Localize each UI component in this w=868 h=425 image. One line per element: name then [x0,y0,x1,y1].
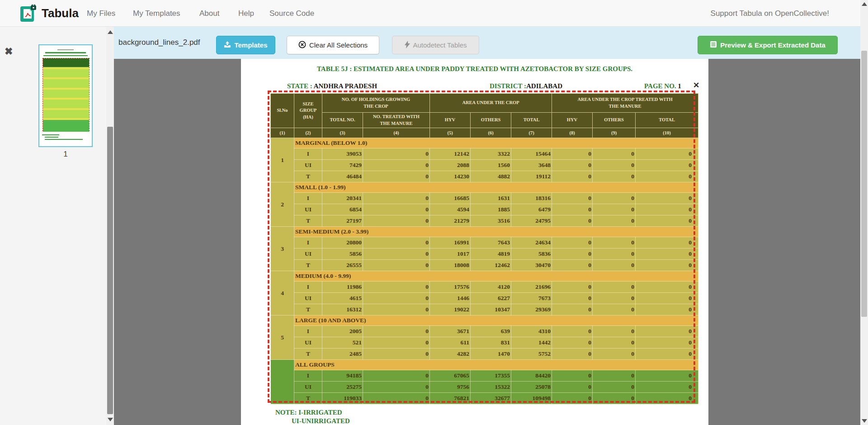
brand-name: Tabula [42,6,79,20]
state-label: STATE : [287,82,312,90]
pdf-state-line: STATE : ANDHRA PRADESH [287,82,377,90]
selection-close-icon[interactable]: ✕ [693,81,699,90]
pdf-note-line2: UI-UNIRRIGATED [292,417,350,425]
nav-my-files[interactable]: My Files [87,0,115,27]
autodetect-tables-label: Autodetect Tables [413,41,467,49]
templates-button[interactable]: Templates [216,36,275,54]
templates-icon [224,41,231,49]
nav-help[interactable]: Help [238,0,254,27]
window-scrollbar-thumb[interactable] [861,51,867,317]
remove-page-icon[interactable]: ✖ [5,46,13,57]
autodetect-tables-button[interactable]: Autodetect Tables [392,36,479,54]
pdf-district-line: DISTRICT :ADILABAD [490,82,562,90]
page-thumbnail[interactable] [38,44,93,147]
top-navbar: Tabula My Files My Templates About Help … [0,0,868,27]
preview-export-button[interactable]: Preview & Export Extracted Data [698,36,838,54]
tabula-logo-icon [20,5,37,22]
clear-all-selections-label: Clear All Selections [309,41,368,49]
window-scroll-up-icon[interactable] [862,2,867,6]
nav-source-code[interactable]: Source Code [269,0,314,27]
current-filename: background_lines_2.pdf [118,38,200,47]
support-link[interactable]: Support Tabula on OpenCollective! [711,0,829,27]
pdf-pageno-line: PAGE NO. 1 [644,82,681,90]
thumb-note-lines [41,133,86,140]
preview-export-label: Preview & Export Extracted Data [720,41,826,49]
sidebar-scroll-up-icon[interactable] [108,30,113,34]
thumb-title-line2 [45,52,86,53]
export-list-icon [710,41,717,49]
toolbar: background_lines_2.pdf Templates Clear A… [114,27,860,59]
thumb-title-line [57,49,74,50]
district-value: ADILABAD [526,82,562,90]
pageno-label: PAGE NO. [644,82,676,90]
table-selection-box[interactable] [268,91,695,403]
nav-my-templates[interactable]: My Templates [133,0,180,27]
templates-label: Templates [234,41,267,49]
state-value: ANDHRA PRADESH [314,82,377,90]
pageno-value: 1 [678,82,681,90]
thumb-table [42,58,90,131]
thumb-meta-line [43,55,88,56]
window-scroll-down-icon[interactable] [862,419,867,423]
sidebar-scrollbar[interactable] [106,27,114,425]
district-label: DISTRICT : [490,82,526,90]
nav-about[interactable]: About [199,0,219,27]
clear-all-selections-button[interactable]: Clear All Selections [287,36,379,54]
window-scrollbar[interactable] [860,0,868,425]
lightning-bolt-icon [405,41,410,50]
pdf-note-line1: NOTE: I-IRRIGATED [275,409,342,416]
sidebar-scrollbar-thumb[interactable] [107,127,113,414]
page-number-label: 1 [38,150,93,159]
thumb-table-body [43,67,89,118]
thumb-table-allgroups [43,118,89,132]
tabula-brand[interactable]: Tabula [20,5,79,22]
thumb-table-header [43,58,89,67]
page-thumbnails-sidebar: ✖ 1 [0,27,114,425]
pdf-table-title: TABLE 5J : ESTIMATED AREA UNDER PADDY TR… [241,65,708,73]
sidebar-scroll-down-icon[interactable] [108,418,113,421]
clear-circle-x-icon [298,41,306,50]
pdf-page[interactable]: TABLE 5J : ESTIMATED AREA UNDER PADDY TR… [241,59,708,425]
